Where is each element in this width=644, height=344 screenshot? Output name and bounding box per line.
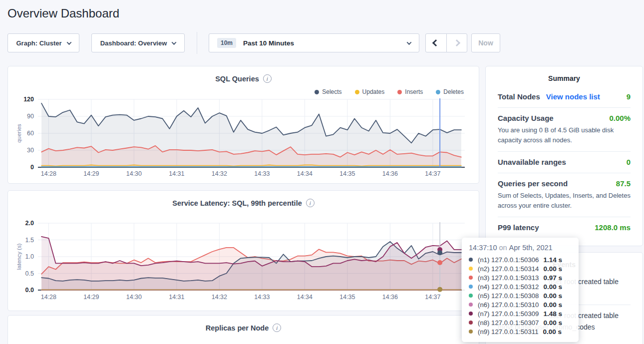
svg-text:14:32: 14:32 (212, 170, 227, 177)
svg-text:14:36: 14:36 (382, 170, 398, 177)
tooltip-node-label: (n2) 127.0.0.1:50314 (478, 265, 539, 273)
time-range-badge: 10m (217, 38, 236, 48)
legend-dot-icon (355, 90, 359, 94)
svg-text:1.0: 1.0 (25, 253, 34, 260)
tooltip-time: 14:37:10 (469, 244, 497, 252)
tooltip-row: (n5) 127.0.0.1:503080.00 s (469, 291, 572, 300)
legend-dot-icon (436, 90, 440, 94)
summary-row-unavailable-ranges: Unavailable ranges 0 (498, 151, 631, 173)
page-title: Overview Dashboard (7, 6, 119, 20)
sql-queries-chart[interactable]: 14:2814:2914:3014:3114:3214:3314:3414:35… (15, 95, 472, 180)
tooltip-date: Apr 5th, 2021 (509, 244, 553, 252)
tooltip-node-label: (n9) 127.0.0.1:50311 (478, 328, 538, 336)
svg-text:14:34: 14:34 (297, 170, 313, 177)
svg-text:14:36: 14:36 (382, 294, 398, 301)
previous-time-button[interactable] (426, 34, 446, 52)
summary-value: 0.00% (609, 114, 631, 122)
next-time-button[interactable] (446, 34, 467, 52)
tooltip-node-value: 0.00 s (543, 301, 562, 309)
dashboard-dropdown[interactable]: Dashboard: Overview (91, 33, 185, 52)
svg-text:14:29: 14:29 (83, 170, 99, 177)
svg-text:0: 0 (30, 164, 34, 171)
node-color-dot-icon (469, 267, 473, 271)
info-icon[interactable]: i (273, 324, 281, 332)
graph-dropdown[interactable]: Graph: Cluster (7, 33, 79, 52)
service-latency-card: Service Latency: SQL, 99th percentile i … (7, 190, 479, 311)
svg-text:14:35: 14:35 (339, 170, 355, 177)
tooltip-node-label: (n5) 127.0.0.1:50308 (478, 292, 539, 300)
summary-value: 87.5 (616, 179, 631, 188)
summary-value: 9 (627, 92, 631, 101)
svg-text:14:32: 14:32 (212, 294, 227, 301)
tooltip-row: (n8) 127.0.0.1:503070.00 s (469, 318, 572, 327)
summary-label: Capacity Usage (498, 114, 554, 122)
node-color-dot-icon (469, 303, 473, 307)
summary-row-p99-latency: P99 latency 1208.0 ms (498, 217, 631, 238)
svg-text:60: 60 (27, 130, 34, 137)
summary-subtext: You are using 0 B of 4.5 GiB usable disk… (498, 125, 631, 145)
tooltip-row: (n4) 127.0.0.1:503120.00 s (469, 282, 572, 291)
tooltip-node-value: 1.14 s (543, 256, 562, 264)
node-color-dot-icon (469, 294, 473, 298)
chevron-down-icon (66, 40, 71, 45)
node-color-dot-icon (469, 330, 473, 334)
now-button-label: Now (478, 39, 493, 47)
legend-item: Deletes (436, 88, 464, 95)
svg-text:14:31: 14:31 (169, 170, 184, 177)
tooltip-rows: (n1) 127.0.0.1:503061.14 s(n2) 127.0.0.1… (469, 255, 572, 336)
tooltip-node-value: 0.00 s (543, 265, 562, 273)
tooltip-row: (n3) 127.0.0.1:503130.97 s (469, 273, 572, 282)
legend-label: Inserts (405, 88, 423, 95)
tooltip-on-word: on (499, 244, 507, 252)
svg-text:14:37: 14:37 (425, 294, 440, 301)
time-range-dropdown[interactable]: 10m Past 10 Minutes (209, 33, 419, 52)
chart-hover-tooltip: 14:37:10onApr 5th, 2021 (n1) 127.0.0.1:5… (462, 238, 579, 342)
node-color-dot-icon (469, 312, 473, 316)
node-color-dot-icon (469, 285, 473, 289)
node-color-dot-icon (469, 276, 473, 280)
legend-dot-icon (397, 90, 402, 94)
tooltip-node-value: 0.97 s (543, 274, 562, 282)
tooltip-row: (n1) 127.0.0.1:503061.14 s (469, 255, 572, 264)
svg-text:30: 30 (27, 147, 34, 154)
node-color-dot-icon (469, 258, 473, 262)
svg-text:14:37: 14:37 (425, 170, 440, 177)
svg-text:14:33: 14:33 (254, 170, 270, 177)
now-button[interactable]: Now (471, 33, 500, 52)
tooltip-node-value: 0.00 s (543, 283, 562, 291)
svg-text:14:30: 14:30 (126, 294, 142, 301)
toolbar-divider (197, 32, 197, 54)
tooltip-node-value: 1.48 s (543, 310, 562, 318)
view-nodes-list-link[interactable]: View nodes list (546, 92, 600, 101)
legend-item: Updates (355, 88, 385, 95)
summary-value: 0 (627, 158, 631, 166)
info-icon[interactable]: i (306, 199, 315, 207)
svg-text:90: 90 (27, 113, 34, 120)
chevron-left-icon (432, 39, 439, 46)
summary-label: P99 latency (498, 223, 539, 232)
summary-row-capacity-usage: Capacity Usage 0.00% You are using 0 B o… (498, 107, 631, 151)
node-color-dot-icon (469, 321, 473, 325)
graph-dropdown-label: Graph: Cluster (16, 39, 61, 47)
svg-text:1.5: 1.5 (25, 237, 34, 244)
summary-row-queries-per-second: Queries per second 87.5 Sum of Selects, … (498, 173, 631, 217)
tooltip-timestamp: 14:37:10onApr 5th, 2021 (469, 244, 572, 252)
chart-legend: SelectsUpdatesInsertsDeletes (315, 88, 464, 95)
svg-text:0.5: 0.5 (25, 270, 34, 277)
tooltip-node-value: 0.00 s (543, 328, 562, 336)
svg-text:14:29: 14:29 (83, 294, 99, 301)
info-icon[interactable]: i (263, 74, 272, 83)
time-range-label: Past 10 Minutes (243, 39, 407, 47)
service-latency-chart[interactable]: 14:2814:2914:3014:3114:3214:3314:3414:35… (15, 219, 472, 304)
replicas-per-node-card: Replicas per Node i (7, 315, 479, 344)
svg-text:14:34: 14:34 (297, 294, 313, 301)
chart-title-service-latency: Service Latency: SQL, 99th percentile (172, 199, 302, 207)
legend-item: Selects (315, 88, 341, 95)
svg-text:latency (s): latency (s) (16, 243, 22, 270)
tooltip-node-value: 0.00 s (543, 319, 562, 327)
legend-dot-icon (315, 90, 319, 94)
summary-subtext: Sum of Selects, Updates, Inserts, and De… (498, 191, 631, 210)
tooltip-node-label: (n4) 127.0.0.1:50312 (478, 283, 539, 291)
chart-title-replicas-per-node: Replicas per Node (206, 324, 269, 332)
legend-label: Selects (322, 88, 341, 95)
